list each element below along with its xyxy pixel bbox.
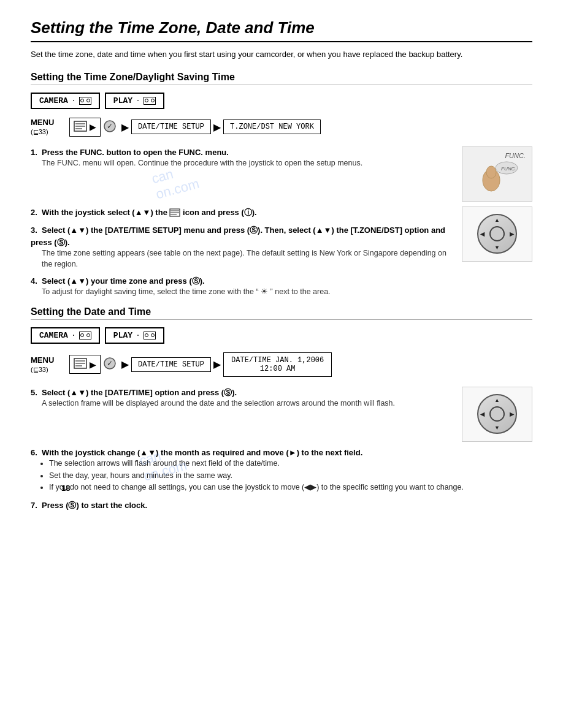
menu-result-box-1: T.ZONE/DST NEW YORK	[223, 119, 321, 134]
joystick-center-2	[489, 406, 505, 422]
joystick-up-arrow-2: ▲	[494, 397, 500, 403]
circle-check-icon-2: ✓	[103, 357, 117, 372]
arrow-icon-1: ▶	[90, 122, 96, 132]
joystick-outer-1: ▲ ▼ ◀ ▶	[477, 214, 517, 254]
steps-text-2: 2. With the joystick select (▲▼) the ico…	[31, 207, 452, 276]
flow-arrow-3: ▶	[121, 358, 129, 370]
mode-buttons-1: CAMERA · PLAY ·	[31, 93, 532, 109]
joystick-illustration-2: ▲ ▼ ◀ ▶	[462, 387, 532, 442]
svg-point-9	[486, 166, 496, 178]
section1-title: Setting the Time Zone/Daylight Saving Ti…	[31, 72, 532, 85]
tape-icon-play-2	[144, 332, 156, 339]
joystick-up-arrow: ▲	[494, 217, 500, 223]
func-label: FUNC.	[505, 152, 526, 159]
step-4: 4. Select (▲▼) your time zone and press …	[31, 276, 532, 298]
step-2: 2. With the joystick select (▲▼) the ico…	[31, 207, 452, 219]
joystick-down-arrow-2: ▼	[494, 425, 500, 431]
menu-label-2: MENU (⊑33)	[31, 355, 64, 374]
camera-mode-btn-1[interactable]: CAMERA ·	[31, 93, 100, 109]
bullet-3: If you do not need to change all setting…	[49, 482, 532, 493]
play-label-2: PLAY	[113, 331, 132, 340]
page-title: Setting the Time Zone, Date and Time	[31, 18, 532, 37]
menu-icon-box-2: ▶	[69, 355, 101, 374]
flow-arrow-1: ▶	[121, 121, 129, 133]
page-number: 18	[61, 483, 70, 493]
title-divider	[31, 41, 532, 42]
section2: Setting the Date and Time CAMERA · PLAY …	[31, 306, 532, 512]
menu-step-box-2: DATE/TIME SETUP	[131, 357, 211, 372]
svg-text:FUNC.: FUNC.	[501, 166, 516, 172]
section2-title: Setting the Date and Time	[31, 306, 532, 320]
step4-note: To adjust for daylight saving time, sele…	[42, 287, 532, 298]
menu-flow-1: MENU (⊑33) ▶ ✓	[31, 118, 532, 137]
mode-buttons-2: CAMERA · PLAY ·	[31, 327, 532, 344]
arrow-icon-2: ▶	[90, 360, 96, 370]
step-7: 7. Press (Ⓢ) to start the clock.	[31, 499, 532, 512]
joystick-outer-2: ▲ ▼ ◀ ▶	[477, 394, 517, 434]
step1-sub: The FUNC. menu will open. Continue the p…	[42, 158, 452, 169]
joystick-right-arrow-2: ▶	[510, 411, 514, 417]
joystick-right-arrow: ▶	[510, 231, 514, 237]
bullet-1: The selection arrows will flash around t…	[49, 458, 532, 469]
tape-icon-1	[79, 97, 91, 105]
menu-page-ref-1: (⊑33)	[31, 128, 48, 135]
step-1: 1. Press the FUNC. button to open the FU…	[31, 146, 452, 169]
step-3: 3. Select (▲▼) the [DATE/TIME SETUP] men…	[31, 224, 452, 270]
bullet-2: Set the day, year, hours and minutes in …	[49, 471, 532, 482]
step-6: 6. With the joystick change (▲▼) the mon…	[31, 447, 532, 493]
joystick-left-arrow-2: ◀	[480, 411, 484, 417]
func-illustration: FUNC. FUNC.	[462, 146, 532, 202]
camera-mode-btn-2[interactable]: CAMERA ·	[31, 327, 100, 344]
svg-text:✓: ✓	[107, 122, 113, 131]
datetime-line1: DATE/TIME JAN. 1,2006	[231, 356, 324, 365]
tape-icon-play-1	[144, 97, 156, 105]
play-mode-btn-2[interactable]: PLAY ·	[105, 327, 164, 344]
step5-sub: A selection frame will be displayed arou…	[42, 398, 452, 409]
flow-arrow-2: ▶	[213, 121, 221, 133]
joystick-down-arrow: ▼	[494, 245, 500, 251]
steps-text-3: 5. Select (▲▼) the [DATE/TIME] option an…	[31, 387, 452, 415]
step-5: 5. Select (▲▼) the [DATE/TIME] option an…	[31, 387, 452, 409]
intro-text: Set the time zone, date and time when yo…	[31, 48, 532, 61]
tape-icon-2	[79, 332, 91, 339]
camera-label-1: CAMERA	[39, 96, 68, 105]
camera-label-2: CAMERA	[39, 331, 68, 340]
menu-result-box-2: DATE/TIME JAN. 1,2006 12:00 AM	[223, 352, 332, 377]
menu-step-box-1: DATE/TIME SETUP	[131, 119, 211, 134]
joystick-illustration-1: ▲ ▼ ◀ ▶	[462, 207, 532, 262]
joystick-center-1	[489, 226, 505, 241]
menu-page-ref-2: (⊑33)	[31, 366, 48, 373]
steps-text-1: 1. Press the FUNC. button to open the FU…	[31, 146, 452, 175]
joystick-left-arrow: ◀	[480, 231, 484, 237]
menu-icon-box-1: ▶	[69, 118, 101, 137]
datetime-line2: 12:00 AM	[231, 365, 324, 373]
list-icon-2	[74, 358, 87, 371]
step3-note: The time zone setting appears (see table…	[42, 248, 452, 270]
step6-bullets: The selection arrows will flash around t…	[49, 458, 532, 493]
list-icon-inline	[169, 208, 183, 217]
list-icon-1	[74, 121, 87, 134]
menu-flow-2: MENU (⊑33) ▶ ✓	[31, 352, 532, 377]
circle-check-icon-1: ✓	[103, 119, 117, 135]
flow-arrow-4: ▶	[213, 358, 221, 370]
menu-label-1: MENU (⊑33)	[31, 118, 64, 136]
play-label-1: PLAY	[113, 96, 132, 105]
svg-text:✓: ✓	[107, 359, 113, 368]
play-mode-btn-1[interactable]: PLAY ·	[105, 93, 164, 109]
section1: Setting the Time Zone/Daylight Saving Ti…	[31, 72, 532, 298]
